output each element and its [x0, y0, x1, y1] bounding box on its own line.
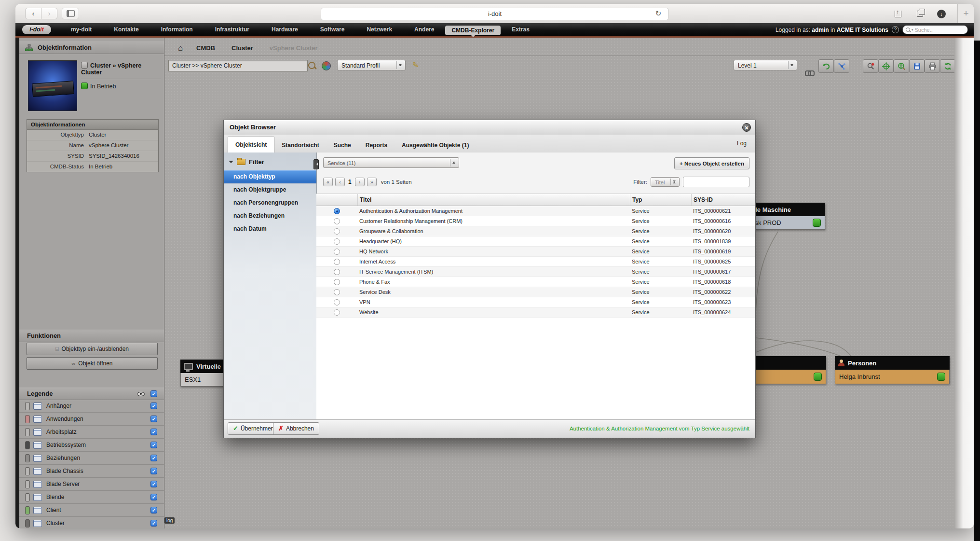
nav-menu-item[interactable]: Hardware [260, 23, 309, 36]
profile-select[interactable]: Standard Profil [337, 60, 406, 70]
row-radio[interactable] [334, 309, 340, 316]
table-row[interactable]: Headquarter (HQ) Service ITS_000001839 [316, 236, 755, 247]
dialog-tab[interactable]: Ausgewählte Objekte (1) [395, 138, 476, 153]
dialog-tab[interactable]: Reports [358, 138, 395, 153]
share-button[interactable] [890, 8, 906, 19]
cancel-button[interactable]: ✗Abbrechen [273, 422, 319, 435]
toggle-objecttype-button[interactable]: ⌸Objekttyp ein-/ausblenden [27, 343, 158, 355]
filter-item[interactable]: nach Objekttyp [224, 170, 316, 183]
table-row[interactable]: HQ Network Service ITS_000000619 [316, 247, 755, 257]
column-header-sysid[interactable]: SYS-ID [691, 194, 755, 206]
new-tab-button[interactable]: + [957, 4, 974, 23]
row-radio[interactable] [334, 238, 340, 245]
row-radio[interactable] [334, 269, 340, 275]
idoit-logo[interactable]: i-doit [22, 25, 51, 34]
row-radio[interactable] [334, 218, 340, 224]
object-type-select[interactable]: Service (11) [323, 157, 459, 168]
help-icon[interactable]: ? [892, 26, 899, 33]
breadcrumb-item[interactable]: Cluster [231, 42, 253, 55]
tab-overview-button[interactable] [912, 8, 928, 19]
search-icon[interactable] [308, 62, 315, 69]
eye-icon[interactable] [137, 392, 145, 396]
dialog-tab-log[interactable]: Log [737, 135, 747, 153]
nav-menu-item[interactable]: Software [309, 23, 356, 36]
column-header-titel[interactable]: Titel [357, 194, 630, 206]
relations-button[interactable] [834, 59, 849, 73]
downloads-button[interactable]: ↓ [933, 8, 950, 19]
nav-menu-item[interactable]: Kontakte [103, 23, 150, 36]
undo-button[interactable] [818, 59, 834, 73]
node-personen[interactable]: Personen Helga Inbrunst [835, 356, 950, 384]
reload-button[interactable]: ↻ [653, 8, 664, 19]
table-row[interactable]: Internet Access Service ITS_000000625 [316, 257, 755, 267]
table-row[interactable]: Phone & Fax Service ITS_000000618 [316, 277, 755, 287]
legend-checkbox[interactable]: ✓ [150, 442, 157, 448]
legend-checkbox[interactable]: ✓ [150, 416, 157, 422]
table-row[interactable]: Authentication & Authorization Managemen… [316, 206, 755, 216]
browser-sidebar-button[interactable] [62, 8, 79, 19]
table-row[interactable]: Service Desk Service ITS_000000622 [316, 287, 755, 297]
legend-checkbox[interactable]: ✓ [150, 494, 157, 500]
row-radio[interactable] [334, 289, 340, 295]
legend-checkbox[interactable]: ✓ [150, 481, 157, 487]
column-header-typ[interactable]: Typ [630, 194, 691, 206]
row-radio[interactable] [334, 299, 340, 305]
legend-checkbox[interactable]: ✓ [150, 507, 157, 513]
filter-item[interactable]: nach Objektgruppe [224, 183, 316, 196]
table-row[interactable]: IT Service Management (ITSM) Service ITS… [316, 267, 755, 277]
new-object-button[interactable]: + Neues Objekt erstellen [674, 157, 749, 169]
edit-pencil-icon[interactable]: ✎ [412, 60, 419, 69]
filter-header[interactable]: Filter [229, 158, 264, 166]
row-radio[interactable] [334, 249, 340, 255]
filter-item[interactable]: nach Beziehungen [224, 209, 316, 222]
page-last-button[interactable]: » [367, 178, 377, 186]
browser-back-button[interactable]: ‹ [25, 8, 41, 19]
table-row[interactable]: VPN Service ITS_000000623 [316, 297, 755, 307]
row-radio[interactable] [334, 228, 340, 235]
save-button[interactable] [909, 59, 925, 73]
legend-checkbox[interactable]: ✓ [150, 429, 157, 435]
home-icon[interactable]: ⌂ [178, 42, 183, 55]
dialog-tab[interactable]: Objektsicht [228, 137, 274, 153]
table-row[interactable]: Customer Relationship Management (CRM) S… [316, 216, 755, 226]
node-row[interactable]: Helga Inbrunst [835, 370, 950, 384]
refresh-button[interactable] [940, 59, 955, 73]
page-prev-button[interactable]: ‹ [335, 178, 345, 186]
legend-checkbox[interactable]: ✓ [150, 468, 157, 474]
open-object-button[interactable]: ∞Objekt öffnen [27, 357, 158, 370]
window-scrollbar-area[interactable] [954, 38, 974, 528]
global-search-input[interactable]: ▾ Suche.. [902, 25, 968, 34]
page-next-button[interactable]: › [355, 178, 365, 186]
legend-checkbox[interactable]: ✓ [150, 455, 157, 461]
nav-menu-item[interactable]: CMDB-Explorer [445, 26, 501, 35]
page-first-button[interactable]: « [323, 178, 333, 186]
dialog-titlebar[interactable]: Objekt Browser ✕ [224, 120, 755, 135]
level-select[interactable]: Level 1 [734, 60, 797, 70]
nav-menu-item[interactable]: Netzwerk [355, 23, 403, 36]
breadcrumb-item[interactable]: CMDB [196, 42, 215, 55]
zoom-reset-button[interactable] [863, 59, 878, 73]
legend-master-checkbox[interactable]: ✓ [150, 390, 157, 397]
globe-icon[interactable] [322, 61, 331, 70]
apply-button[interactable]: ✓Übernehmen [228, 422, 279, 435]
filter-item[interactable]: nach Datum [224, 222, 316, 236]
dialog-tab[interactable]: Suche [327, 138, 358, 153]
filter-text-input[interactable] [683, 177, 749, 187]
legend-checkbox[interactable]: ✓ [150, 402, 157, 409]
print-button[interactable] [925, 59, 940, 73]
center-view-button[interactable] [878, 59, 894, 73]
table-row[interactable]: Groupware & Collaboration Service ITS_00… [316, 226, 755, 236]
browser-forward-button[interactable]: › [41, 8, 57, 19]
nav-menu-item[interactable]: Andere [403, 23, 445, 36]
row-radio[interactable] [334, 208, 340, 214]
row-radio[interactable] [334, 259, 340, 265]
filter-column-select[interactable]: Titel [651, 177, 680, 187]
dialog-tab[interactable]: Standortsicht [274, 138, 326, 153]
row-radio[interactable] [334, 279, 340, 285]
table-row[interactable]: Website Service ITS_000000624 [316, 307, 755, 318]
nav-menu-item[interactable]: Information [150, 23, 204, 36]
zoom-search-button[interactable] [894, 59, 909, 73]
address-bar[interactable]: i-doit [321, 8, 669, 20]
object-path-input[interactable]: Cluster >> vSphere Cluster [168, 60, 308, 71]
legend-checkbox[interactable]: ✓ [150, 520, 157, 527]
